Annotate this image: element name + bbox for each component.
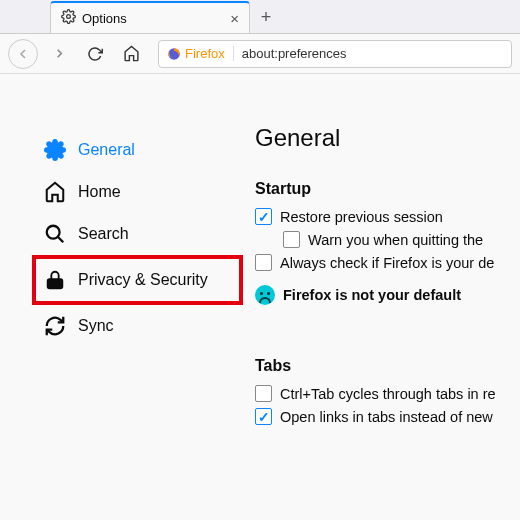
category-sidebar: General Home Search Privacy & Security S…	[0, 74, 255, 520]
new-tab-button[interactable]: +	[250, 1, 282, 33]
sad-face-icon	[255, 285, 275, 305]
svg-line-4	[58, 237, 64, 243]
sidebar-item-home[interactable]: Home	[40, 171, 235, 213]
checkbox-icon[interactable]	[283, 231, 300, 248]
svg-rect-5	[48, 279, 63, 288]
checkbox-ctrl-tab[interactable]: Ctrl+Tab cycles through tabs in re	[255, 385, 520, 402]
sidebar-item-label: Search	[78, 225, 129, 243]
page-heading: General	[255, 124, 520, 152]
identity-label: Firefox	[185, 46, 225, 61]
checkbox-label: Warn you when quitting the	[308, 232, 483, 248]
sidebar-item-search[interactable]: Search	[40, 213, 235, 255]
url-text: about:preferences	[234, 46, 355, 61]
not-default-label: Firefox is not your default	[283, 287, 461, 303]
gear-icon	[61, 9, 76, 27]
tab-title: Options	[82, 11, 224, 26]
not-default-browser-row: Firefox is not your default	[255, 285, 520, 305]
highlight-annotation: Privacy & Security	[32, 255, 243, 305]
checkbox-label: Restore previous session	[280, 209, 443, 225]
sidebar-item-label: Privacy & Security	[78, 271, 208, 289]
sidebar-item-sync[interactable]: Sync	[40, 305, 235, 347]
checkbox-icon[interactable]	[255, 385, 272, 402]
sidebar-item-label: Home	[78, 183, 121, 201]
sidebar-item-label: General	[78, 141, 135, 159]
reload-button[interactable]	[80, 39, 110, 69]
sidebar-item-label: Sync	[78, 317, 114, 335]
url-bar[interactable]: Firefox about:preferences	[158, 40, 512, 68]
close-icon[interactable]: ×	[230, 10, 239, 27]
checkbox-warn-quit[interactable]: Warn you when quitting the	[283, 231, 520, 248]
checkbox-open-links-tabs[interactable]: Open links in tabs instead of new	[255, 408, 520, 425]
checkbox-label: Open links in tabs instead of new	[280, 409, 493, 425]
checkbox-restore-session[interactable]: Restore previous session	[255, 208, 520, 225]
sidebar-item-privacy[interactable]: Privacy & Security	[40, 259, 235, 301]
checkbox-icon[interactable]	[255, 208, 272, 225]
group-startup-title: Startup	[255, 180, 520, 198]
home-button[interactable]	[116, 39, 146, 69]
checkbox-label: Always check if Firefox is your de	[280, 255, 494, 271]
preferences-pane: General Startup Restore previous session…	[255, 74, 520, 520]
sidebar-item-general[interactable]: General	[40, 129, 235, 171]
preferences-content: General Home Search Privacy & Security S…	[0, 74, 520, 520]
checkbox-always-check-default[interactable]: Always check if Firefox is your de	[255, 254, 520, 271]
checkbox-label: Ctrl+Tab cycles through tabs in re	[280, 386, 496, 402]
svg-point-0	[67, 15, 71, 19]
browser-tab-options[interactable]: Options ×	[50, 1, 250, 33]
svg-point-3	[47, 226, 60, 239]
group-tabs-title: Tabs	[255, 357, 520, 375]
firefox-icon	[167, 47, 181, 61]
forward-button[interactable]	[44, 39, 74, 69]
back-button[interactable]	[8, 39, 38, 69]
toolbar: Firefox about:preferences	[0, 34, 520, 74]
identity-box[interactable]: Firefox	[159, 46, 234, 61]
checkbox-icon[interactable]	[255, 254, 272, 271]
checkbox-icon[interactable]	[255, 408, 272, 425]
tab-strip: Options × +	[0, 0, 520, 34]
